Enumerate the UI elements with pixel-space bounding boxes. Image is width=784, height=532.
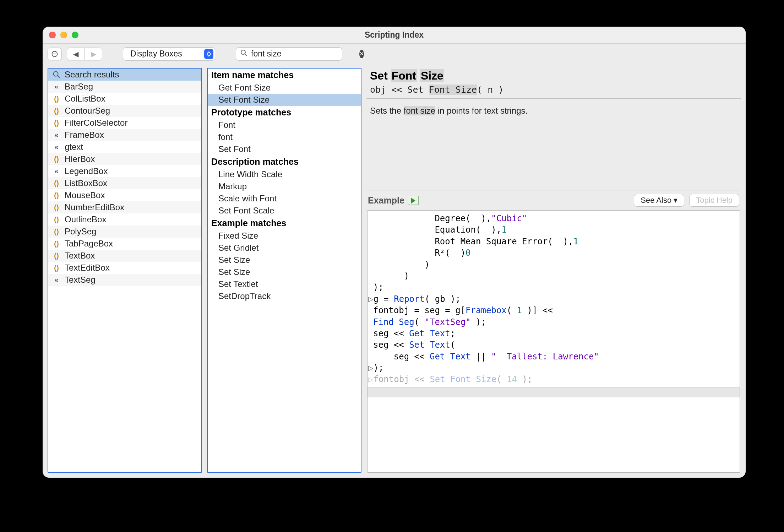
category-list-item[interactable]: ()OutlineBox bbox=[48, 213, 201, 226]
window-titlebar: Scripting Index bbox=[43, 27, 746, 44]
search-field[interactable]: ✕ bbox=[236, 47, 342, 61]
category-list-label: TextBox bbox=[65, 251, 95, 261]
category-list-label: OutlineBox bbox=[65, 215, 106, 224]
match-section-header: Item name matches bbox=[208, 69, 361, 82]
category-list-item[interactable]: ()ListBoxBox bbox=[48, 177, 201, 189]
category-list-item[interactable]: ()HierBox bbox=[48, 153, 201, 165]
category-list-item[interactable]: ()PolySeg bbox=[48, 226, 201, 238]
match-item[interactable]: Set Gridlet bbox=[208, 242, 361, 254]
match-item[interactable]: font bbox=[208, 131, 361, 143]
topic-help-button[interactable]: Topic Help bbox=[689, 194, 739, 207]
updown-icon bbox=[204, 49, 213, 59]
svg-point-4 bbox=[54, 72, 58, 76]
match-section-header: Description matches bbox=[208, 155, 361, 168]
zoom-window-button[interactable] bbox=[72, 32, 78, 38]
search-icon bbox=[240, 49, 247, 59]
minimize-window-button[interactable] bbox=[60, 32, 67, 38]
see-also-button[interactable]: See Also ▾ bbox=[634, 194, 684, 207]
svg-line-3 bbox=[245, 54, 247, 56]
match-item[interactable]: Font bbox=[208, 119, 361, 131]
double-chevron-icon: « bbox=[52, 131, 61, 139]
match-item[interactable]: Set Font bbox=[208, 143, 361, 155]
doc-description: Sets the font size in points for text st… bbox=[366, 102, 741, 190]
match-item[interactable]: Set Font Size bbox=[208, 94, 361, 106]
arrow-left-icon: ◀ bbox=[73, 50, 78, 58]
category-list-label: gtext bbox=[65, 142, 83, 152]
parens-icon: () bbox=[52, 216, 61, 224]
x-icon: ✕ bbox=[359, 51, 364, 57]
category-list-label: ColListBox bbox=[65, 94, 105, 104]
category-list-item[interactable]: Search results bbox=[48, 69, 201, 81]
category-list-item[interactable]: «LegendBox bbox=[48, 165, 201, 177]
category-list-item[interactable]: ()FilterColSelector bbox=[48, 117, 201, 129]
code-example-box[interactable]: Degree( ),"Cubic" Equation( ),1 Root Mea… bbox=[367, 210, 740, 473]
parens-icon: () bbox=[52, 264, 61, 272]
example-label: Example bbox=[368, 195, 404, 206]
match-item[interactable]: Get Font Size bbox=[208, 82, 361, 94]
category-list-item[interactable]: «TextSeg bbox=[48, 274, 201, 286]
category-list-label: BarSeg bbox=[65, 82, 93, 92]
nav-back-button[interactable]: ◀ bbox=[67, 48, 85, 60]
double-chevron-icon: « bbox=[52, 83, 61, 91]
doc-syntax: obj << Set Font Size( n ) bbox=[370, 85, 737, 95]
category-list-label: ContourSeg bbox=[65, 106, 110, 116]
category-list-item[interactable]: ()TextEditBox bbox=[48, 262, 201, 274]
matches-panel[interactable]: Item name matchesGet Font SizeSet Font S… bbox=[207, 68, 361, 473]
match-item[interactable]: SetDropTrack bbox=[208, 290, 361, 302]
category-list-panel[interactable]: Search results«BarSeg()ColListBox()Conto… bbox=[48, 68, 202, 473]
match-item[interactable]: Set Font Scale bbox=[208, 205, 361, 217]
arrow-right-icon: ▶ bbox=[91, 50, 96, 58]
category-list-item[interactable]: «gtext bbox=[48, 141, 201, 153]
doc-title: Set Font Size bbox=[370, 69, 737, 82]
doc-header: Set Font Size obj << Set Font Size( n ) bbox=[366, 68, 741, 99]
category-list-label: HierBox bbox=[65, 154, 95, 164]
category-list-label: TextSeg bbox=[65, 275, 96, 285]
category-dropdown[interactable]: Display Boxes bbox=[123, 47, 215, 61]
category-list-label: LegendBox bbox=[65, 166, 108, 176]
category-list-item[interactable]: ()NumberEditBox bbox=[48, 201, 201, 213]
parens-icon: () bbox=[52, 107, 61, 115]
double-chevron-icon: « bbox=[52, 276, 61, 284]
close-window-button[interactable] bbox=[49, 32, 56, 38]
category-list-label: TextEditBox bbox=[65, 263, 110, 273]
remove-button[interactable] bbox=[48, 48, 62, 60]
match-section-header: Example matches bbox=[208, 217, 361, 230]
category-list-item[interactable]: ()TabPageBox bbox=[48, 238, 201, 250]
match-item[interactable]: Set Size bbox=[208, 266, 361, 278]
parens-icon: () bbox=[52, 179, 61, 188]
run-script-icon[interactable] bbox=[408, 196, 419, 205]
match-item[interactable]: Line Width Scale bbox=[208, 168, 361, 180]
parens-icon: () bbox=[52, 240, 61, 248]
match-section-header: Prototype matches bbox=[208, 106, 361, 119]
category-list-item[interactable]: «BarSeg bbox=[48, 81, 201, 93]
category-list-item[interactable]: ()ColListBox bbox=[48, 93, 201, 105]
parens-icon: () bbox=[52, 228, 61, 236]
scripting-index-window: Scripting Index ◀ ▶ Display Boxes bbox=[43, 27, 746, 478]
category-list-item[interactable]: ()ContourSeg bbox=[48, 105, 201, 117]
category-list-label: FrameBox bbox=[65, 130, 104, 140]
match-item[interactable]: Markup bbox=[208, 180, 361, 192]
category-list-item[interactable]: «FrameBox bbox=[48, 129, 201, 141]
match-item[interactable]: Set Textlet bbox=[208, 278, 361, 290]
content-area: Search results«BarSeg()ColListBox()Conto… bbox=[43, 64, 746, 478]
example-toolbar: Example See Also ▾ Topic Help bbox=[366, 194, 741, 207]
traffic-lights bbox=[49, 32, 78, 38]
search-input[interactable] bbox=[250, 49, 356, 59]
match-item[interactable]: Scale with Font bbox=[208, 192, 361, 205]
match-item[interactable]: Fixed Size bbox=[208, 230, 361, 242]
nav-forward-button[interactable]: ▶ bbox=[85, 48, 102, 60]
category-list-item[interactable]: ()MouseBox bbox=[48, 189, 201, 201]
match-item[interactable]: Set Size bbox=[208, 254, 361, 266]
clear-search-button[interactable]: ✕ bbox=[359, 50, 364, 58]
parens-icon: () bbox=[52, 252, 61, 260]
parens-icon: () bbox=[52, 95, 61, 103]
parens-icon: () bbox=[52, 119, 61, 127]
code-footer bbox=[368, 387, 740, 397]
category-list-label: PolySeg bbox=[65, 227, 96, 237]
double-chevron-icon: « bbox=[52, 143, 61, 151]
parens-icon: () bbox=[52, 203, 61, 212]
category-list-label: TabPageBox bbox=[65, 239, 113, 249]
category-list-item[interactable]: ()TextBox bbox=[48, 250, 201, 262]
svg-line-5 bbox=[58, 76, 60, 78]
category-list-label: NumberEditBox bbox=[65, 202, 124, 212]
